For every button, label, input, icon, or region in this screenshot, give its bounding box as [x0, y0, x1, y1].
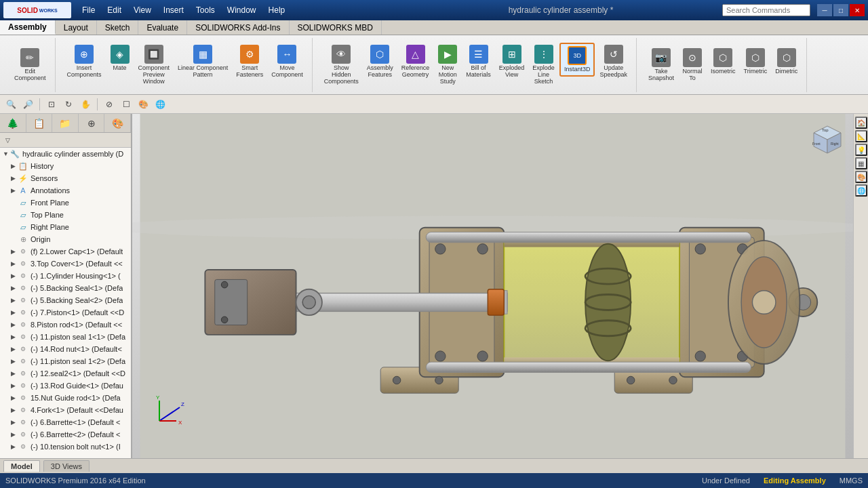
close-button[interactable]: ✕	[850, 4, 865, 16]
update-speedpak-button[interactable]: ↺ UpdateSpeedpak	[596, 43, 631, 81]
mate-button[interactable]: ◈ Mate	[106, 43, 134, 74]
view-scene-button[interactable]: 🌐	[153, 97, 167, 112]
rt-view-button[interactable]: 📐	[855, 130, 867, 142]
ribbon-group-edit: ✏ EditComponent	[5, 38, 56, 92]
tab-sketch[interactable]: Sketch	[97, 20, 139, 35]
insert-components-button[interactable]: ⊕ InsertComponents	[64, 43, 105, 81]
view-zoom-out-button[interactable]: 🔎	[20, 97, 35, 112]
tree-item-nut-guide[interactable]: ▶ ⚙ 15.Nut Guide rod<1> (Defa	[0, 392, 131, 404]
tree-item-history[interactable]: ▶ 📋 History	[0, 160, 131, 172]
view-pan-button[interactable]: ✋	[78, 97, 93, 112]
tree-item-piston-seal12[interactable]: ▶ ⚙ (-) 11.piston seal 1<2> (Defa	[0, 355, 131, 367]
tree-item-right-plane[interactable]: ▱ Right Plane	[0, 221, 131, 233]
tree-item-annotations[interactable]: ▶ A Annotations	[0, 184, 131, 197]
tree-item-barrette1[interactable]: ▶ ⚙ (-) 6.Barrette<1> (Default <	[0, 416, 131, 428]
reference-geometry-button[interactable]: △ ReferenceGeometry	[398, 43, 433, 81]
trimetric-button[interactable]: ⬡ Trimetric	[741, 46, 771, 77]
tab-assembly[interactable]: Assembly	[0, 20, 56, 35]
new-motion-study-button[interactable]: ▶ NewMotionStudy	[434, 43, 461, 87]
assembly-features-button[interactable]: ⬡ AssemblyFeatures	[363, 43, 397, 81]
menu-window[interactable]: Window	[222, 4, 262, 16]
menu-view[interactable]: View	[128, 4, 157, 16]
ft-filter-button[interactable]: ▽	[2, 135, 13, 146]
feature-tree-tabs: 🌲 📋 📁 ⊕ 🎨	[0, 114, 131, 133]
ft-tab-property[interactable]: 📋	[26, 114, 53, 132]
view-cube[interactable]: Top Front Right	[807, 119, 848, 160]
tree-item-backing-seal1[interactable]: ▶ ⚙ (-) 5.Backing Seal<1> (Defa	[0, 282, 131, 294]
tree-item-rod-nut[interactable]: ▶ ⚙ (-) 14.Rod nut<1> (Default<	[0, 343, 131, 355]
svg-text:Top: Top	[822, 128, 829, 132]
ft-tab-config[interactable]: 📁	[52, 114, 79, 132]
menu-help[interactable]: Help	[263, 4, 291, 16]
view-display-button[interactable]: ☐	[119, 97, 134, 112]
view-fit-button[interactable]: ⊡	[44, 97, 59, 112]
view-section-button[interactable]: ⊘	[102, 97, 117, 112]
edit-component-button[interactable]: ✏ EditComponent	[11, 46, 50, 84]
normal-to-button[interactable]: ⊙ NormalTo	[679, 46, 706, 84]
isometric-button[interactable]: ⬡ Isometric	[707, 46, 739, 77]
nut-guide-label: 15.Nut Guide rod<1> (Defa	[31, 394, 121, 402]
explode-line-button[interactable]: ⋮ ExplodeLineSketch	[529, 43, 558, 87]
bottom-tab-3dviews[interactable]: 3D Views	[43, 460, 90, 472]
minimize-button[interactable]: ─	[817, 4, 832, 16]
tab-evaluate[interactable]: Evaluate	[138, 20, 187, 35]
rt-scene-button[interactable]: 🌐	[855, 184, 867, 197]
piston-rod-expand: ▶	[11, 321, 18, 328]
menu-edit[interactable]: Edit	[102, 4, 127, 16]
tree-item-piston[interactable]: ▶ ⚙ (-) 7.Piston<1> (Default <<D	[0, 306, 131, 319]
linear-pattern-button[interactable]: ▦ Linear ComponentPattern	[174, 43, 231, 81]
show-hidden-button[interactable]: 👁 ShowHiddenComponents	[321, 43, 362, 87]
svg-point-35	[221, 281, 228, 288]
instant3d-button[interactable]: 3D Instant3D	[559, 43, 595, 77]
tab-mbd[interactable]: SOLIDWORKS MBD	[290, 20, 382, 35]
root-label: hydraulic cylinder assembly (D	[22, 150, 123, 158]
tree-item-top-plane[interactable]: ▱ Top Plane	[0, 209, 131, 221]
svg-rect-32	[215, 279, 248, 325]
tree-item-tension-bolt[interactable]: ▶ ⚙ (-) 10.tension bolt nut<1> (I	[0, 441, 131, 453]
component-preview-button[interactable]: 🔲 ComponentPreviewWindow	[135, 43, 174, 87]
view-rotate-button[interactable]: ↻	[61, 97, 76, 112]
tab-addins[interactable]: SOLIDWORKS Add-Ins	[187, 20, 289, 35]
move-component-button[interactable]: ↔ MoveComponent	[268, 43, 307, 81]
ft-tab-appear[interactable]: 🎨	[104, 114, 131, 132]
ft-tab-dim[interactable]: ⊕	[79, 114, 105, 132]
menu-file[interactable]: File	[77, 4, 100, 16]
tree-item-barrette2[interactable]: ▶ ⚙ (-) 6.Barrette<2> (Default <	[0, 428, 131, 441]
svg-point-37	[393, 376, 401, 384]
take-snapshot-button[interactable]: 📷 TakeSnapshot	[645, 46, 677, 84]
menu-insert[interactable]: Insert	[158, 4, 189, 16]
tree-item-piston-seal1[interactable]: ▶ ⚙ (-) 11.piston seal 1<1> (Defa	[0, 331, 131, 343]
bottom-tab-model[interactable]: Model	[3, 460, 40, 472]
tree-item-cylinder-housing[interactable]: ▶ ⚙ (-) 1.Cylinder Housing<1> (	[0, 270, 131, 282]
origin-label: Origin	[31, 235, 50, 243]
top-cover-expand: ▶	[11, 260, 18, 267]
tree-root[interactable]: ▼ 🔧 hydraulic cylinder assembly (D	[0, 148, 131, 160]
rt-display-button[interactable]: 💡	[855, 144, 867, 156]
tree-item-piston-rod[interactable]: ▶ ⚙ 8.Piston rod<1> (Default <<	[0, 319, 131, 331]
svg-point-36	[221, 317, 228, 323]
tree-item-sensors[interactable]: ▶ ⚡ Sensors	[0, 172, 131, 184]
tree-item-fork[interactable]: ▶ ⚙ 4.Fork<1> (Default <<Defau	[0, 404, 131, 416]
tree-item-lower-cap[interactable]: ▶ ⚙ (f) 2.Lower Cap<1> (Default	[0, 245, 131, 258]
rt-appear-button[interactable]: 🎨	[855, 171, 867, 183]
ft-tab-tree[interactable]: 🌲	[0, 114, 26, 132]
viewport[interactable]: Top Front Right Z X Y	[132, 114, 853, 458]
tree-item-origin[interactable]: ⊕ Origin	[0, 233, 131, 245]
rt-home-button[interactable]: 🏠	[855, 117, 867, 129]
maximize-button[interactable]: □	[833, 4, 848, 16]
exploded-view-button[interactable]: ⊞ ExplodedView	[496, 43, 528, 81]
rt-filter-button[interactable]: ▦	[855, 157, 867, 169]
tree-item-top-cover[interactable]: ▶ ⚙ 3.Top Cover<1> (Default <<	[0, 258, 131, 270]
tree-item-front-plane[interactable]: ▱ Front Plane	[0, 197, 131, 209]
bill-of-materials-button[interactable]: ☰ Bill ofMaterials	[462, 43, 494, 81]
view-zoom-in-button[interactable]: 🔍	[3, 97, 18, 112]
tree-item-rod-guide[interactable]: ▶ ⚙ (-) 13.Rod Guide<1> (Defau	[0, 380, 131, 392]
tab-layout[interactable]: Layout	[56, 20, 97, 35]
smart-fasteners-button[interactable]: ⚙ SmartFasteners	[233, 43, 267, 81]
tree-item-seal2[interactable]: ▶ ⚙ (-) 12.seal2<1> (Default <<D	[0, 367, 131, 380]
view-appearances-button[interactable]: 🎨	[136, 97, 151, 112]
menu-tools[interactable]: Tools	[191, 4, 220, 16]
tree-item-backing-seal2[interactable]: ▶ ⚙ (-) 5.Backing Seal<2> (Defa	[0, 294, 131, 306]
dimetric-button[interactable]: ⬡ Dimetric	[772, 46, 801, 77]
search-input[interactable]	[722, 4, 810, 16]
